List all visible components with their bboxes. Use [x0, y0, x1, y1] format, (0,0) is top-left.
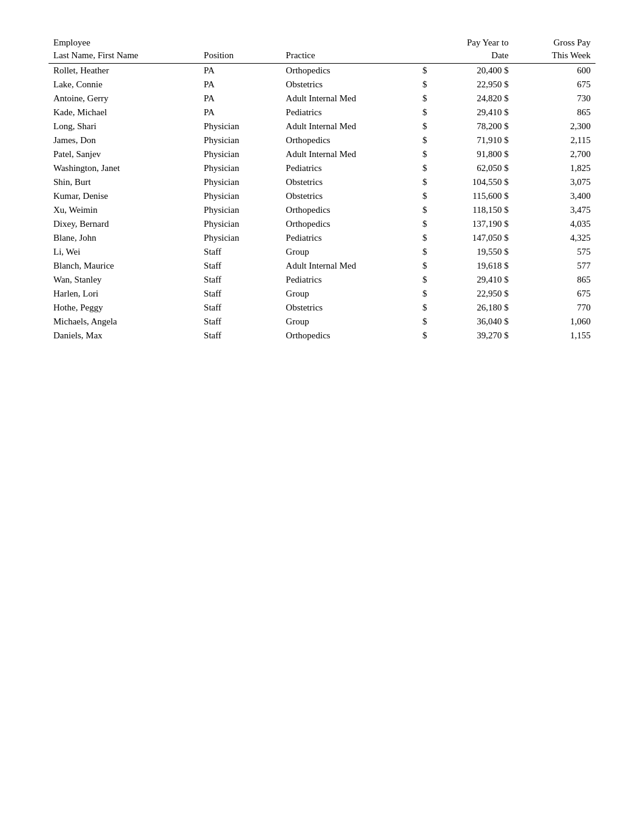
header-position-empty [199, 36, 281, 49]
header-row-2: Last Name, First Name Position Practice … [49, 49, 595, 64]
ytd-value: 71,910 $ [431, 133, 513, 147]
employee-position: Physician [199, 119, 281, 133]
employee-position: Physician [199, 217, 281, 231]
gross-dollar-sign [514, 217, 528, 231]
employee-name: Michaels, Angela [49, 315, 199, 329]
header-lastname-label: Last Name, First Name [49, 49, 199, 64]
gross-value: 770 [527, 301, 595, 315]
ytd-dollar-sign: $ [418, 301, 432, 315]
employee-name: Wan, Stanley [49, 273, 199, 287]
employee-position: Staff [199, 259, 281, 273]
table-row: Xu, WeiminPhysicianOrthopedics$118,150 $… [49, 203, 595, 217]
employee-position: Physician [199, 175, 281, 189]
header-employee-label: Employee [49, 36, 199, 49]
gross-value: 2,115 [527, 133, 595, 147]
employee-name: Xu, Weimin [49, 203, 199, 217]
header-thisweek-label: This Week [527, 49, 595, 64]
employee-position: Physician [199, 133, 281, 147]
employee-practice: Pediatrics [281, 273, 418, 287]
gross-dollar-sign [514, 64, 528, 78]
ytd-dollar-sign: $ [418, 175, 432, 189]
employee-practice: Orthopedics [281, 133, 418, 147]
employee-position: Physician [199, 203, 281, 217]
ytd-value: 29,410 $ [431, 106, 513, 119]
ytd-dollar-sign: $ [418, 92, 432, 106]
table-row: Blane, JohnPhysicianPediatrics$147,050 $… [49, 231, 595, 245]
gross-dollar-sign [514, 315, 528, 329]
employee-name: Rollet, Heather [49, 64, 199, 78]
ytd-value: 19,550 $ [431, 245, 513, 259]
employee-practice: Group [281, 245, 418, 259]
employee-position: Staff [199, 315, 281, 329]
table-row: Blanch, MauriceStaffAdult Internal Med$1… [49, 259, 595, 273]
employee-name: Shin, Burt [49, 175, 199, 189]
header-position-label: Position [199, 49, 281, 64]
table-row: Li, WeiStaffGroup$19,550 $575 [49, 245, 595, 259]
header-row-1: Employee Pay Year to Gross Pay [49, 36, 595, 49]
employee-practice: Adult Internal Med [281, 147, 418, 161]
ytd-value: 26,180 $ [431, 301, 513, 315]
employee-practice: Adult Internal Med [281, 119, 418, 133]
employee-position: Staff [199, 329, 281, 343]
gross-value: 675 [527, 78, 595, 92]
employee-practice: Group [281, 315, 418, 329]
header-practice-empty [281, 36, 418, 49]
header-payyearto-label: Pay Year to [431, 36, 513, 49]
gross-dollar-sign [514, 119, 528, 133]
ytd-value: 115,600 $ [431, 189, 513, 203]
gross-dollar-sign [514, 161, 528, 175]
table-row: James, DonPhysicianOrthopedics$71,910 $2… [49, 133, 595, 147]
gross-value: 675 [527, 287, 595, 301]
ytd-value: 147,050 $ [431, 231, 513, 245]
ytd-dollar-sign: $ [418, 119, 432, 133]
gross-value: 577 [527, 259, 595, 273]
ytd-dollar-sign: $ [418, 106, 432, 119]
employee-practice: Orthopedics [281, 203, 418, 217]
gross-dollar-sign [514, 245, 528, 259]
table-row: Wan, StanleyStaffPediatrics$29,410 $865 [49, 273, 595, 287]
gross-dollar-sign [514, 78, 528, 92]
ytd-value: 24,820 $ [431, 92, 513, 106]
employee-practice: Orthopedics [281, 329, 418, 343]
gross-value: 600 [527, 64, 595, 78]
employee-position: PA [199, 106, 281, 119]
employee-name: Blane, John [49, 231, 199, 245]
ytd-value: 91,800 $ [431, 147, 513, 161]
employee-position: Physician [199, 189, 281, 203]
employee-position: Physician [199, 147, 281, 161]
table-row: Long, ShariPhysicianAdult Internal Med$7… [49, 119, 595, 133]
gross-dollar-sign [514, 92, 528, 106]
ytd-dollar-sign: $ [418, 161, 432, 175]
table-row: Dixey, BernardPhysicianOrthopedics$137,1… [49, 217, 595, 231]
ytd-value: 137,190 $ [431, 217, 513, 231]
employee-position: PA [199, 92, 281, 106]
ytd-value: 29,410 $ [431, 273, 513, 287]
employee-position: Staff [199, 287, 281, 301]
employee-position: Physician [199, 161, 281, 175]
employee-name: Blanch, Maurice [49, 259, 199, 273]
gross-dollar-sign [514, 133, 528, 147]
employee-practice: Obstetrics [281, 301, 418, 315]
gross-value: 865 [527, 106, 595, 119]
gross-value: 730 [527, 92, 595, 106]
gross-value: 1,155 [527, 329, 595, 343]
ytd-dollar-sign: $ [418, 133, 432, 147]
employee-position: PA [199, 78, 281, 92]
employee-name: Long, Shari [49, 119, 199, 133]
gross-dollar-sign [514, 259, 528, 273]
employee-practice: Obstetrics [281, 175, 418, 189]
employee-position: Staff [199, 245, 281, 259]
ytd-value: 22,950 $ [431, 78, 513, 92]
ytd-dollar-sign: $ [418, 287, 432, 301]
table-row: Shin, BurtPhysicianObstetrics$104,550 $3… [49, 175, 595, 189]
header-dollar-label [418, 49, 432, 64]
employee-name: Kade, Michael [49, 106, 199, 119]
ytd-value: 118,150 $ [431, 203, 513, 217]
header-dollar2-label [514, 49, 528, 64]
header-date-label: Date [431, 49, 513, 64]
header-practice-label: Practice [281, 49, 418, 64]
ytd-dollar-sign: $ [418, 315, 432, 329]
employee-practice: Obstetrics [281, 78, 418, 92]
gross-value: 3,475 [527, 203, 595, 217]
ytd-value: 104,550 $ [431, 175, 513, 189]
